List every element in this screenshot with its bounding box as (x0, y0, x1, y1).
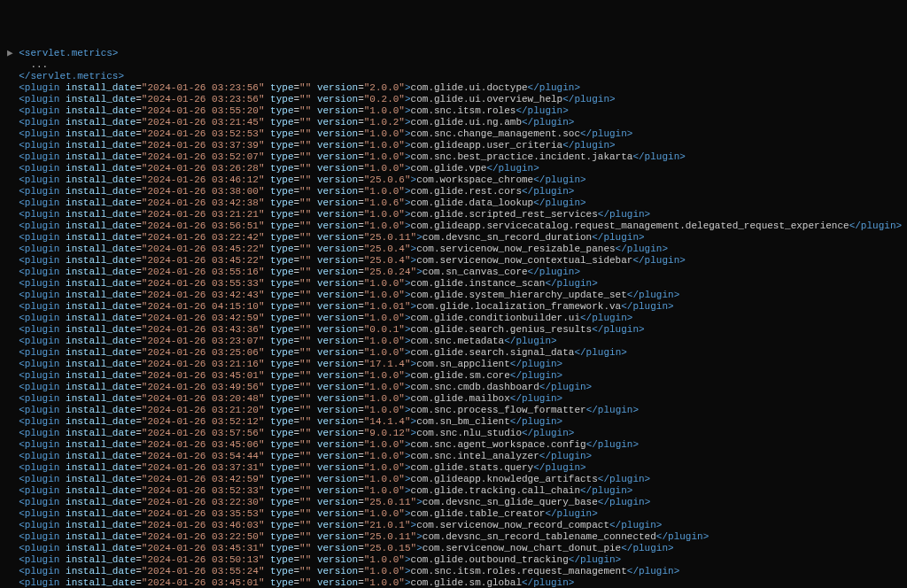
expand-arrow[interactable]: ▶ (7, 48, 13, 59)
xml-content: ▶ <servlet.metrics> ... </servlet.metric… (7, 48, 900, 588)
